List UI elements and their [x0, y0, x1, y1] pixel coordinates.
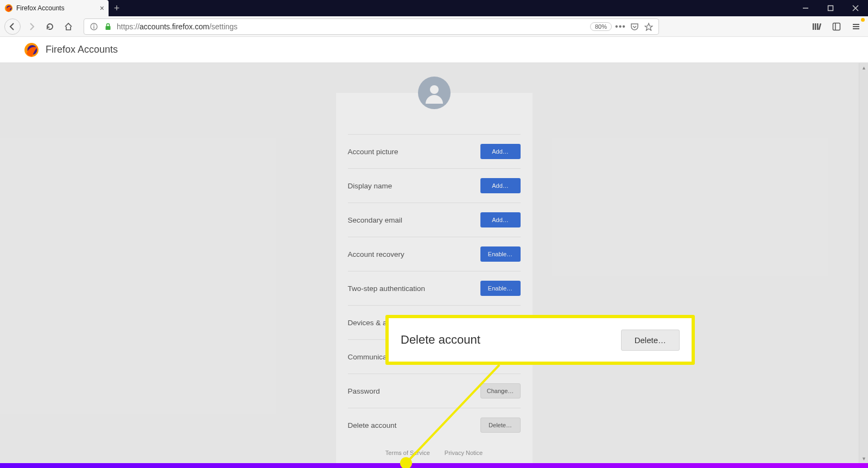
svg-rect-9 [106, 26, 111, 30]
page-title: Firefox Accounts [46, 44, 118, 55]
page-header: Firefox Accounts [0, 37, 868, 63]
callout-label: Delete account [401, 333, 480, 347]
home-button[interactable] [61, 19, 76, 34]
browser-toolbar: https://accounts.firefox.com/settings 80… [0, 16, 868, 37]
sidebar-icon[interactable] [829, 19, 844, 34]
settings-panel: Account pictureAdd…Display nameAdd…Secon… [336, 93, 533, 463]
settings-row-button[interactable]: Delete… [480, 418, 521, 433]
settings-row-button[interactable]: Enable… [480, 281, 521, 296]
svg-rect-11 [815, 23, 816, 30]
settings-row-label: Password [348, 387, 380, 395]
bottom-accent-bar [0, 463, 868, 468]
svg-point-21 [430, 85, 439, 94]
window-titlebar: Firefox Accounts × + [0, 0, 868, 16]
minimize-button[interactable] [793, 0, 818, 16]
new-tab-button[interactable]: + [109, 0, 125, 16]
svg-rect-12 [817, 23, 819, 30]
settings-row-label: Secondary email [348, 216, 403, 224]
lock-icon[interactable] [103, 23, 113, 30]
reload-button[interactable] [42, 19, 58, 34]
page-actions-icon[interactable]: ••• [615, 22, 626, 31]
scroll-up-icon[interactable]: ▲ [859, 63, 868, 72]
back-button[interactable] [4, 18, 21, 35]
footer-links: Terms of Service Privacy Notice [348, 450, 521, 456]
bookmark-star-icon[interactable] [643, 22, 654, 31]
svg-rect-14 [833, 23, 840, 30]
settings-row: Display nameAdd… [348, 168, 521, 203]
url-bar[interactable]: https://accounts.firefox.com/settings 80… [84, 18, 659, 35]
settings-row-label: Two-step authentication [348, 284, 426, 293]
close-window-button[interactable] [843, 0, 868, 16]
settings-row: PasswordChange… [348, 374, 521, 408]
callout-delete-button[interactable]: Delete… [621, 330, 680, 351]
settings-row-label: Account picture [348, 148, 398, 156]
svg-point-7 [93, 24, 94, 26]
settings-row-button[interactable]: Enable… [480, 246, 521, 262]
tab-close-icon[interactable]: × [100, 4, 104, 12]
browser-tab[interactable]: Firefox Accounts × [0, 0, 109, 16]
delete-account-callout: Delete account Delete… [385, 315, 695, 365]
settings-row: Secondary emailAdd… [348, 203, 521, 237]
settings-row-button[interactable]: Add… [480, 144, 521, 159]
settings-row-label: Account recovery [348, 250, 404, 258]
settings-row-button[interactable]: Change… [480, 383, 521, 399]
vertical-scrollbar[interactable]: ▲ ▼ [859, 63, 868, 463]
hamburger-menu-icon[interactable] [848, 19, 864, 34]
terms-link[interactable]: Terms of Service [385, 450, 430, 456]
firefox-logo-icon [24, 42, 39, 58]
site-info-icon[interactable] [88, 23, 99, 30]
settings-row: Two-step authenticationEnable… [348, 271, 521, 305]
tab-title: Firefox Accounts [16, 4, 97, 12]
maximize-button[interactable] [818, 0, 843, 16]
avatar-icon[interactable] [418, 77, 451, 109]
svg-rect-13 [818, 23, 821, 29]
settings-row: Delete accountDelete… [348, 408, 521, 442]
settings-row: Account recoveryEnable… [348, 237, 521, 271]
scroll-down-icon[interactable]: ▼ [859, 454, 868, 463]
forward-button[interactable] [24, 19, 39, 34]
window-controls [793, 0, 868, 16]
library-icon[interactable] [809, 19, 825, 34]
svg-rect-10 [813, 23, 814, 30]
settings-row-button[interactable]: Add… [480, 178, 521, 193]
settings-row-label: Display name [348, 182, 392, 190]
privacy-link[interactable]: Privacy Notice [445, 450, 483, 456]
svg-rect-3 [828, 6, 833, 11]
settings-row-label: Delete account [348, 421, 397, 429]
settings-row: Account pictureAdd… [348, 134, 521, 168]
firefox-favicon-icon [4, 4, 13, 12]
page-content: ▲ ▼ Account pictureAdd…Display nameAdd…S… [0, 63, 868, 463]
zoom-badge[interactable]: 80% [590, 22, 612, 31]
svg-rect-8 [93, 26, 94, 29]
pocket-icon[interactable] [629, 22, 640, 31]
url-text: https://accounts.firefox.com/settings [117, 22, 587, 31]
settings-row-button[interactable]: Add… [480, 212, 521, 227]
